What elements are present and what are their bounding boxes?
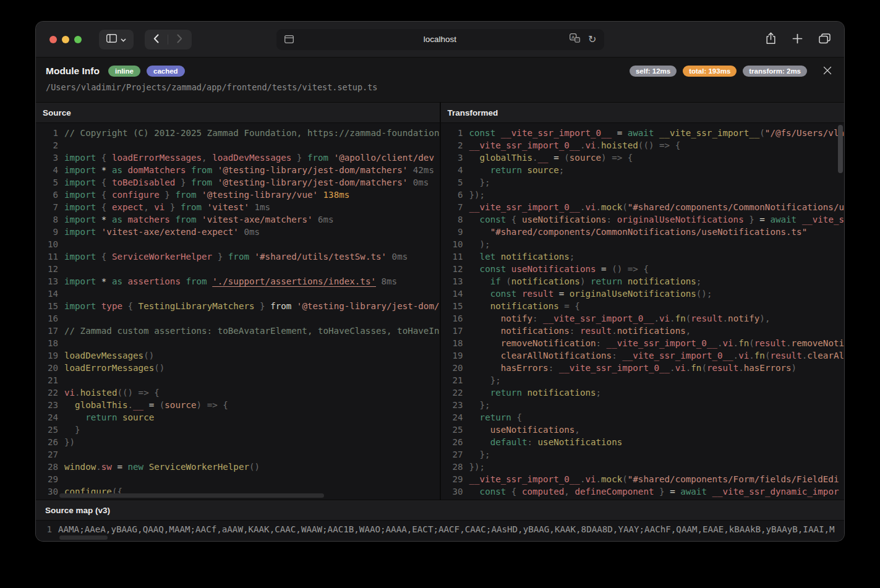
line-number: 13 [36,275,64,288]
line-number: 29 [36,473,64,485]
source-code: 1// Copyright (C) 2012-2025 Zammad Found… [36,124,440,500]
line-number: 12 [36,263,64,275]
share-icon [766,32,776,46]
code-line: 25 useNotifications, [441,424,845,436]
sourcemap-code: 1AAMA;AAeA,yBAAG,QAAQ,MAAM;AACf,aAAW,KAA… [36,521,844,541]
code-line: 17 notifications: result.notifications, [441,325,845,337]
code-line: 28}); [441,461,845,473]
code-line: 4 return source; [441,164,845,176]
share-button[interactable] [766,32,776,46]
tabs-icon [819,33,831,46]
panels: Source 1// Copyright (C) 2012-2025 Zamma… [36,103,844,500]
line-number: 2 [441,139,469,151]
page-settings-icon[interactable] [284,35,294,43]
show-tabs-button[interactable] [819,33,831,46]
code-line: 3import { loadErrorMessages, loadDevMess… [36,151,440,164]
minimize-window-button[interactable] [62,36,69,43]
code-line: 25 } [36,424,440,436]
code-line: 16 notify: __vite_ssr_import_0__.vi.fn(r… [441,312,845,325]
inline-badge: inline [108,66,140,77]
line-number: 1 [36,523,58,535]
code-line: 23 }; [441,399,845,411]
line-number: 24 [36,411,64,424]
code-line: 1AAMA;AAeA,yBAAG,QAAQ,MAAM;AACf,aAAW,KAA… [36,523,844,535]
code-line: 17// Zammad custom assertions: toBeAvata… [36,325,440,337]
close-window-button[interactable] [49,36,57,43]
translate-icon[interactable]: A [570,33,580,45]
url-text: localhost [424,35,456,44]
line-number: 25 [36,424,64,436]
transformed-panel: Transformed 1const __vite_ssr_import_0__… [441,103,845,500]
line-number: 10 [441,238,469,250]
zoom-window-button[interactable] [74,36,82,43]
sidebar-toggle-button[interactable] [99,30,134,49]
cached-badge: cached [147,66,185,77]
sourcemap-hscrollbar-thumb[interactable] [59,535,108,540]
source-panel: Source 1// Copyright (C) 2012-2025 Zamma… [36,103,440,500]
code-line: 24 return { [441,411,845,424]
code-line: 12 [36,263,440,275]
back-button[interactable] [145,30,168,49]
code-line: 14 [36,288,440,300]
line-number: 24 [441,411,469,424]
line-number: 9 [36,226,64,238]
transformed-vscrollbar-thumb[interactable] [838,125,843,173]
line-number: 4 [36,164,64,176]
code-line: 3 globalThis.__ = (source) => { [441,151,845,164]
code-line: 11 let notifications; [441,250,845,263]
code-line: 20 hasErrors: __vite_ssr_import_0__.vi.f… [441,362,845,374]
transform-time-badge: transform: 2ms [743,66,807,77]
code-line: 9 "#shared/components/CommonNotification… [441,226,845,238]
chevron-down-icon [121,35,126,44]
file-link[interactable]: './support/assertions/index.ts' [212,276,376,286]
line-number: 15 [36,300,64,312]
line-number: 14 [36,288,64,300]
code-line: 8 const { useNotifications: originalUseN… [441,213,845,226]
line-number: 30 [441,485,469,498]
code-line: 26}) [36,436,440,448]
self-time-badge: self: 12ms [630,66,677,77]
line-number: 11 [441,250,469,263]
close-button[interactable] [823,66,832,77]
chevron-right-icon [177,34,182,45]
code-line: 28window.sw = new ServiceWorkerHelper() [36,461,440,473]
code-line: 8import * as matchers from 'vitest-axe/m… [36,213,440,226]
code-line: 24 return source [36,411,440,424]
line-number: 8 [441,213,469,226]
toolbar-right-tools [766,32,831,46]
line-number: 8 [36,213,64,226]
line-number: 26 [441,436,469,448]
sidebar-icon [106,34,117,45]
code-line: 18 removeNotification: __vite_ssr_import… [441,337,845,349]
module-info-header: Module Info inline cached self: 12ms tot… [36,58,844,103]
line-number: 19 [441,349,469,362]
code-line: 10 [36,238,440,250]
line-number: 13 [441,275,469,288]
line-number: 27 [441,448,469,461]
sourcemap-panel-header: Source map (v3) [36,500,844,521]
line-number: 22 [36,386,64,399]
line-number: 25 [441,424,469,436]
source-hscrollbar-thumb[interactable] [59,493,324,498]
code-line: 22vi.hoisted(() => { [36,386,440,399]
transformed-code: 1const __vite_ssr_import_0__ = await __v… [441,124,845,500]
code-line: 5import { toBeDisabled } from '@testing-… [36,176,440,189]
line-number: 20 [36,362,64,374]
transformed-panel-header: Transformed [441,103,845,123]
line-number: 6 [441,189,469,201]
line-number: 12 [441,263,469,275]
line-number: 29 [441,473,469,485]
new-tab-button[interactable] [792,33,803,46]
line-number: 20 [441,362,469,374]
code-line: 13 if (notifications) return notificatio… [441,275,845,288]
line-number: 18 [441,337,469,349]
source-panel-title: Source [43,108,71,117]
address-bar[interactable]: localhost A ↻ [276,29,604,50]
forward-button[interactable] [168,30,191,49]
traffic-lights [49,36,82,43]
code-line: 5 }; [441,176,845,189]
line-number: 22 [441,386,469,399]
line-number: 19 [36,349,64,362]
reload-icon[interactable]: ↻ [588,35,596,45]
module-path: /Users/vladimir/Projects/zammad/app/fron… [46,82,832,92]
